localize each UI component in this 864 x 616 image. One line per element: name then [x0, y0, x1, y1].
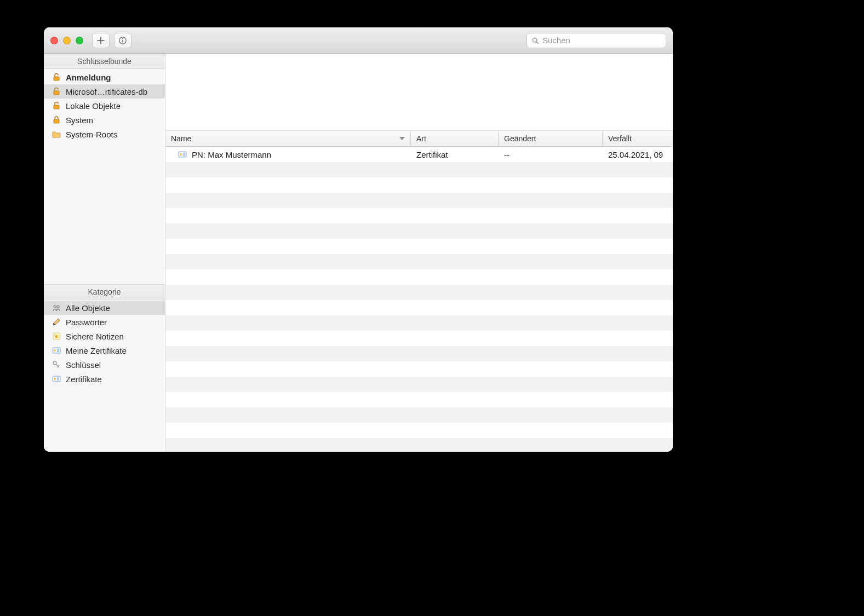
table-row	[165, 438, 673, 452]
sidebar-item-label: Sichere Notizen	[66, 332, 124, 341]
keychain-window: Schlüsselbunde Anmeldung Microsof…rtific…	[44, 27, 673, 452]
sidebar-category-keys[interactable]: Schlüssel	[44, 358, 165, 372]
sidebar-keychain-system[interactable]: System	[44, 113, 165, 127]
table-row	[165, 407, 673, 423]
sidebar-category-all[interactable]: Alle Objekte	[44, 301, 165, 315]
sidebar-item-label: System	[66, 116, 93, 125]
lock-open-icon	[52, 101, 61, 111]
items-table: Name Art Geändert Verfällt PN: Max Muste…	[165, 130, 673, 452]
column-header-kind[interactable]: Art	[411, 131, 499, 146]
search-input[interactable]	[542, 36, 661, 45]
svg-line-4	[536, 42, 538, 43]
table-row	[165, 223, 673, 239]
category-list: Alle Objekte Passwörter Sichere Notizen …	[44, 300, 165, 452]
column-header-name[interactable]: Name	[165, 131, 411, 146]
cell-name: PN: Max Mustermann	[192, 150, 271, 159]
titlebar	[44, 27, 673, 54]
svg-rect-8	[54, 119, 59, 123]
certificate-icon	[52, 374, 61, 384]
add-button[interactable]	[92, 33, 110, 48]
svg-point-10	[57, 306, 59, 308]
svg-point-9	[54, 306, 56, 308]
sidebar-item-label: System-Roots	[66, 130, 117, 139]
table-row	[165, 177, 673, 193]
table-row	[165, 285, 673, 300]
svg-rect-2	[122, 40, 123, 43]
svg-point-25	[180, 153, 182, 156]
lock-open-icon	[52, 72, 61, 82]
sidebar-keychain-login[interactable]: Anmeldung	[44, 70, 165, 84]
sidebar-item-label: Lokale Objekte	[66, 101, 121, 111]
sidebar-item-label: Meine Zertifikate	[66, 346, 127, 355]
table-row	[165, 269, 673, 285]
svg-rect-6	[54, 91, 59, 95]
table-row	[165, 331, 673, 346]
sidebar-item-label: Anmeldung	[66, 73, 111, 82]
sidebar-item-label: Passwörter	[66, 318, 107, 327]
svg-point-20	[54, 378, 56, 380]
search-field[interactable]	[527, 33, 666, 48]
minimize-window-button[interactable]	[63, 37, 71, 44]
certificate-icon	[178, 149, 187, 159]
sidebar-item-label: Schlüssel	[66, 360, 101, 370]
sidebar-category-secure-notes[interactable]: Sichere Notizen	[44, 329, 165, 343]
table-row	[165, 300, 673, 315]
sidebar-category-my-certs[interactable]: Meine Zertifikate	[44, 343, 165, 358]
window-controls	[50, 37, 83, 44]
svg-point-14	[54, 349, 56, 352]
sidebar: Schlüsselbunde Anmeldung Microsof…rtific…	[44, 54, 165, 452]
sidebar-keychain-system-roots[interactable]: System-Roots	[44, 127, 165, 141]
svg-point-1	[122, 38, 123, 39]
pencil-icon	[52, 317, 61, 327]
sidebar-keychain-microsoft[interactable]: Microsof…rtificates-db	[44, 84, 165, 99]
cell-expires: 25.04.2021, 09	[603, 150, 673, 159]
detail-preview	[165, 54, 673, 130]
column-header-expires[interactable]: Verfällt	[603, 131, 673, 146]
plus-icon	[96, 36, 105, 45]
certificate-icon	[52, 346, 61, 355]
zoom-window-button[interactable]	[76, 37, 83, 44]
close-window-button[interactable]	[50, 37, 58, 44]
sidebar-category-passwords[interactable]: Passwörter	[44, 315, 165, 329]
svg-rect-12	[55, 335, 58, 338]
sidebar-keychain-local[interactable]: Lokale Objekte	[44, 99, 165, 113]
svg-rect-5	[54, 77, 59, 80]
info-button[interactable]	[114, 33, 131, 48]
key-icon	[52, 360, 61, 370]
table-row	[165, 361, 673, 377]
note-icon	[52, 331, 61, 341]
sidebar-item-label: Microsof…rtificates-db	[66, 87, 147, 96]
sidebar-item-label: Zertifikate	[66, 375, 102, 384]
table-row	[165, 346, 673, 361]
table-row	[165, 239, 673, 254]
lock-open-icon	[52, 87, 61, 96]
main-content: Name Art Geändert Verfällt PN: Max Muste…	[165, 54, 673, 452]
table-row	[165, 315, 673, 331]
keychains-header: Schlüsselbunde	[44, 54, 165, 69]
info-icon	[118, 36, 127, 45]
search-icon	[531, 37, 539, 44]
lock-closed-icon	[52, 115, 61, 125]
cell-kind: Zertifikat	[411, 150, 499, 159]
table-row	[165, 254, 673, 269]
table-header: Name Art Geändert Verfällt	[165, 130, 673, 147]
table-row	[165, 193, 673, 208]
table-row	[165, 162, 673, 177]
sidebar-item-label: Alle Objekte	[66, 303, 110, 313]
folder-icon	[52, 129, 61, 139]
svg-rect-7	[54, 105, 59, 109]
cell-modified: --	[499, 150, 603, 159]
table-body: PN: Max Mustermann Zertifikat -- 25.04.2…	[165, 147, 673, 452]
category-header: Kategorie	[44, 284, 165, 300]
keychain-list: Anmeldung Microsof…rtificates-db Lokale …	[44, 69, 165, 142]
sidebar-category-certs[interactable]: Zertifikate	[44, 372, 165, 386]
table-row	[165, 392, 673, 407]
all-icon	[52, 303, 61, 313]
column-header-modified[interactable]: Geändert	[499, 131, 603, 146]
table-row	[165, 377, 673, 392]
table-row[interactable]: PN: Max Mustermann Zertifikat -- 25.04.2…	[165, 147, 673, 162]
table-row	[165, 423, 673, 438]
table-row	[165, 208, 673, 223]
